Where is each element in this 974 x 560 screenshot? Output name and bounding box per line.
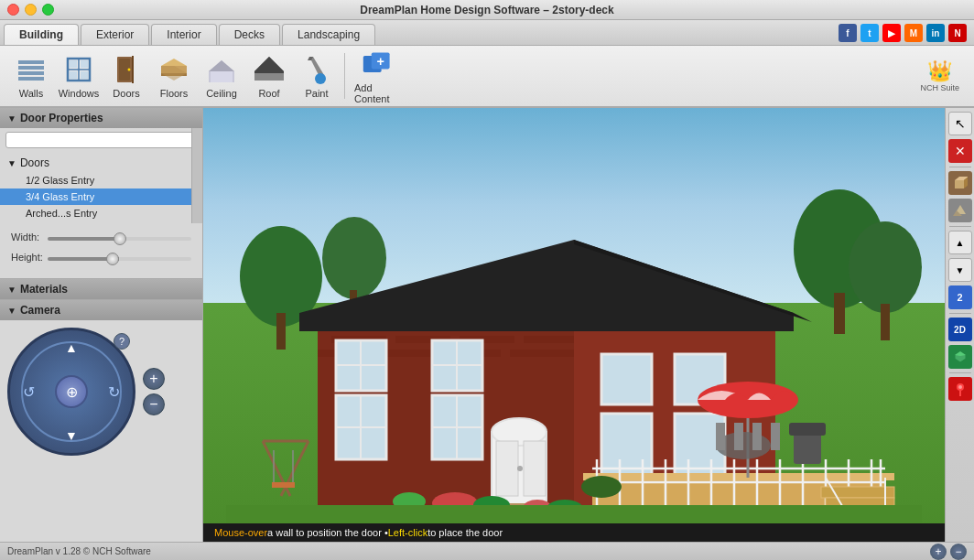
app-title: DreamPlan Home Design Software – 2story-…	[360, 4, 613, 16]
windows-icon	[62, 53, 95, 86]
paint-tool[interactable]: Paint	[293, 49, 341, 102]
dimension-props: Width: Height:	[0, 223, 202, 278]
camera-arrow: ▼	[7, 306, 16, 316]
linkedin-icon[interactable]: in	[926, 24, 945, 42]
cross-button[interactable]: ✕	[948, 139, 972, 163]
right-toolbar-sep3	[949, 313, 971, 314]
svg-rect-116	[955, 180, 964, 188]
box3d-button[interactable]	[948, 171, 972, 195]
roof-tool[interactable]: Roof	[245, 49, 293, 102]
right-toolbar: ↖ ✕ ▲ ▼ 2 2D	[945, 108, 974, 542]
doors-tool[interactable]: Doors	[103, 49, 150, 102]
svg-rect-2	[18, 71, 44, 75]
nch-suite-button[interactable]: 👑 NCH Suite	[913, 58, 967, 94]
twitter-icon[interactable]: t	[860, 24, 879, 42]
door-tree: ▼ Doors 1/2 Glass Entry 3/4 Glass Entry …	[0, 152, 202, 223]
windows-label: Windows	[59, 88, 100, 99]
tab-decks[interactable]: Decks	[219, 24, 280, 45]
roof-icon	[253, 53, 286, 86]
svg-rect-17	[211, 71, 233, 82]
svg-rect-3	[18, 77, 44, 81]
svg-rect-18	[254, 73, 284, 81]
tab-landscaping[interactable]: Landscaping	[282, 24, 375, 45]
search-bar	[0, 128, 202, 152]
mouse-over-text: Mouse-over	[214, 527, 267, 538]
materials-header[interactable]: ▼ Materials	[0, 279, 202, 299]
youtube-icon[interactable]: ▶	[882, 24, 901, 42]
close-button[interactable]	[7, 4, 19, 16]
svg-rect-1	[18, 66, 44, 70]
windows-tool[interactable]: Windows	[55, 49, 103, 102]
compass-up-button[interactable]: ▲	[61, 338, 81, 358]
paint-label: Paint	[305, 88, 328, 99]
door-list-scrollbar[interactable]	[191, 128, 202, 223]
svg-point-19	[315, 73, 326, 84]
height-slider[interactable]	[48, 257, 191, 261]
svg-rect-53	[496, 441, 518, 496]
viewport[interactable]: Mouse-over a wall to position the door •…	[203, 108, 945, 542]
walls-tool[interactable]: Walls	[7, 49, 55, 102]
version-text: DreamPlan v 1.28 © NCH Software	[7, 546, 151, 556]
compass-down-button[interactable]: ▼	[61, 425, 81, 446]
camera-controls: ▲ ▼ ↺ ↻ ⊕ ? + −	[0, 320, 202, 463]
svg-rect-9	[70, 71, 77, 79]
three-quarter-glass-entry-item[interactable]: 3/4 Glass Entry	[0, 188, 202, 205]
svg-point-114	[581, 476, 622, 498]
cursor-tool-button[interactable]: ↖	[948, 112, 972, 135]
titlebar: DreamPlan Home Design Software – 2story-…	[0, 0, 974, 20]
door-properties-arrow: ▼	[7, 113, 16, 124]
floors-tool[interactable]: Floors	[150, 49, 198, 102]
house-scene	[226, 130, 922, 542]
tab-building[interactable]: Building	[4, 24, 79, 45]
3d-view-button[interactable]	[948, 345, 972, 369]
floor-down-button[interactable]: ▼	[948, 258, 972, 282]
svg-rect-62	[601, 354, 652, 404]
compass-rotate-left-button[interactable]: ↺	[23, 383, 35, 401]
doors-expand-arrow: ▼	[7, 158, 16, 168]
minimize-button[interactable]	[25, 4, 37, 16]
status-text2: to place the door	[427, 527, 503, 538]
svg-rect-28	[834, 293, 845, 334]
ceiling-tool[interactable]: Ceiling	[198, 49, 245, 102]
door-search-input[interactable]	[5, 132, 197, 148]
nch-icon[interactable]: N	[948, 24, 967, 42]
viewport-zoom-out[interactable]: −	[950, 544, 967, 560]
door-properties-content: ▼ Doors 1/2 Glass Entry 3/4 Glass Entry …	[0, 128, 202, 223]
floors-icon	[157, 53, 190, 86]
camera-help-button[interactable]: ?	[114, 333, 130, 350]
social-icons: f t ▶ M in N	[839, 24, 967, 42]
statusbar: Mouse-over a wall to position the door •…	[203, 523, 945, 542]
svg-rect-54	[524, 441, 546, 496]
zoom-out-button[interactable]: −	[143, 393, 165, 415]
camera-header[interactable]: ▼ Camera	[0, 300, 202, 320]
height-label: Height:	[11, 252, 48, 263]
width-slider[interactable]	[48, 237, 191, 241]
maximize-button[interactable]	[42, 4, 54, 16]
floor-up-button[interactable]: ▲	[948, 231, 972, 254]
main-area: ▼ Door Properties ▼ Doors 1/2 Glass Entr…	[0, 108, 974, 542]
svg-rect-98	[789, 423, 826, 436]
terrain-button[interactable]	[948, 199, 972, 222]
door-properties-title: Door Properties	[20, 112, 103, 124]
ceiling-label: Ceiling	[206, 88, 237, 99]
half-glass-entry-item[interactable]: 1/2 Glass Entry	[0, 172, 202, 188]
add-content-tool[interactable]: + Add Content	[349, 44, 407, 108]
height-row: Height:	[11, 251, 191, 264]
zoom-in-button[interactable]: +	[143, 368, 165, 390]
ceiling-icon	[205, 53, 238, 86]
viewport-zoom-in[interactable]: +	[930, 544, 947, 560]
traffic-lights	[7, 4, 54, 16]
floor2-button[interactable]: 2	[948, 285, 972, 309]
door-properties-header: ▼ Door Properties	[0, 108, 202, 128]
camera-title: Camera	[20, 304, 60, 317]
2d-view-button[interactable]: 2D	[948, 318, 972, 341]
arched-entry-item[interactable]: Arched...s Entry	[0, 205, 202, 221]
pin-button[interactable]	[948, 377, 972, 401]
tab-exterior[interactable]: Exterior	[81, 24, 149, 45]
compass-rotate-right-button[interactable]: ↻	[108, 383, 120, 401]
myspace-icon[interactable]: M	[904, 24, 923, 42]
doors-tree-root[interactable]: ▼ Doors	[0, 154, 202, 172]
facebook-icon[interactable]: f	[839, 24, 857, 42]
zoom-overlay: + −	[930, 544, 967, 560]
tab-interior[interactable]: Interior	[151, 24, 216, 45]
